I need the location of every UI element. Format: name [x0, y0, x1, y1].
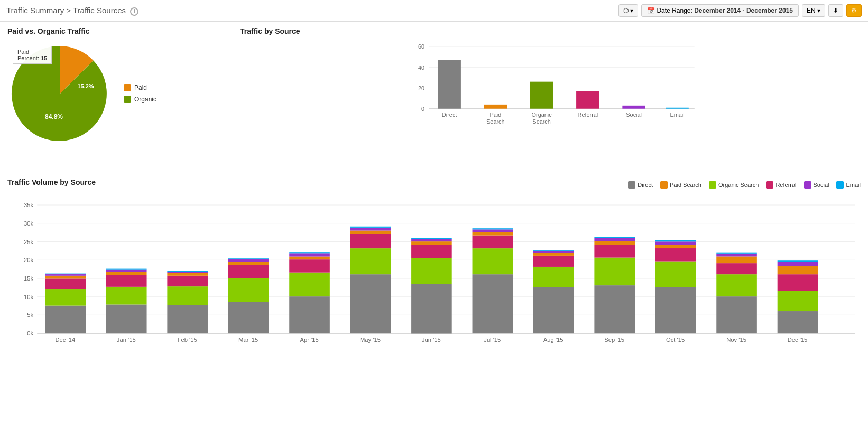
svg-rect-65 [289, 257, 330, 260]
svg-rect-38 [45, 274, 86, 276]
svg-rect-46 [106, 269, 147, 270]
top-bar: Traffic Summary > Traffic Sources i ⬡ ▾ … [0, 0, 868, 22]
svg-rect-50 [167, 276, 208, 286]
svg-rect-92 [533, 256, 574, 267]
vol-legend-email: Email [836, 181, 861, 189]
svg-rect-77 [411, 258, 452, 284]
svg-rect-123 [778, 260, 818, 262]
date-range-label: Date Range: [657, 7, 692, 14]
traffic-by-source-chart: 60 40 20 0 Direct Paid Search O [240, 41, 861, 167]
svg-rect-115 [716, 254, 757, 257]
organic-legend-color [124, 96, 131, 103]
breadcrumb: Traffic Summary > Traffic Sources i [6, 6, 138, 16]
svg-text:Feb '15: Feb '15 [178, 337, 197, 343]
bar-direct [438, 60, 461, 108]
pie-chart-svg: 15.2% 84.8% [7, 41, 113, 146]
svg-text:10k: 10k [24, 294, 33, 300]
vol-legend-referral: Referral [766, 181, 796, 189]
svg-rect-98 [594, 258, 635, 286]
svg-text:20k: 20k [24, 257, 33, 263]
svg-rect-67 [289, 252, 330, 253]
paid-organic-section: Paid vs. Organic Traffic Paid Percent: 1… [7, 27, 229, 167]
bar-feb15: Feb '15 [167, 271, 208, 343]
svg-text:Direct: Direct [442, 111, 457, 118]
svg-text:0: 0 [421, 106, 424, 112]
social-label: Social [814, 182, 829, 188]
info-icon[interactable]: i [130, 7, 138, 16]
pie-legend: Paid Organic [124, 84, 156, 103]
svg-rect-34 [45, 306, 86, 334]
cube-icon: ⬡ [623, 7, 629, 14]
svg-rect-86 [473, 232, 513, 236]
svg-rect-120 [778, 274, 818, 291]
stacked-bar-chart: 35k 30k 25k 20k 15k 10k 5k 0k [7, 196, 861, 365]
svg-rect-49 [167, 286, 208, 305]
language-label: EN [807, 7, 816, 14]
pie-wrapper: Paid Percent: 15 [7, 41, 113, 146]
svg-rect-70 [350, 248, 391, 274]
paid-organic-title: Paid vs. Organic Traffic [7, 27, 229, 35]
svg-text:Nov '15: Nov '15 [726, 337, 746, 343]
svg-text:40: 40 [418, 64, 424, 71]
svg-rect-48 [167, 305, 208, 333]
vol-legend-direct: Direct [628, 181, 653, 189]
svg-text:Paid: Paid [490, 111, 501, 118]
legend-item-organic: Organic [124, 96, 156, 103]
svg-rect-112 [716, 274, 757, 296]
bar-may15: May '15 [350, 227, 391, 343]
view-toggle-button[interactable]: ⬡ ▾ [618, 4, 638, 17]
paid-legend-color [124, 84, 131, 91]
svg-text:60: 60 [418, 43, 424, 50]
language-button[interactable]: EN ▾ [802, 4, 825, 17]
svg-rect-64 [289, 259, 330, 273]
svg-rect-80 [411, 239, 452, 241]
svg-rect-99 [594, 245, 635, 258]
organic-legend-label: Organic [134, 96, 156, 103]
svg-rect-42 [106, 287, 147, 305]
organic-pct-label: 84.8% [45, 113, 63, 120]
volume-section: Traffic Volume by Source Direct Paid Sea… [7, 178, 861, 365]
svg-text:May '15: May '15 [360, 337, 381, 343]
direct-label: Direct [638, 182, 653, 188]
breadcrumb-part2: Traffic Sources [73, 6, 126, 15]
svg-rect-66 [289, 253, 330, 256]
referral-color [766, 181, 773, 189]
svg-rect-72 [350, 231, 391, 234]
download-button[interactable]: ⬇ [828, 4, 843, 17]
svg-rect-35 [45, 289, 86, 306]
settings-button[interactable]: ⚙ [846, 4, 862, 17]
svg-text:30k: 30k [24, 220, 33, 227]
svg-rect-78 [411, 245, 452, 258]
bar-mar15: Mar '15 [228, 258, 269, 343]
pie-container: Paid Percent: 15 [7, 41, 229, 146]
svg-text:Email: Email [670, 111, 684, 118]
svg-rect-41 [106, 304, 147, 333]
svg-text:Aug '15: Aug '15 [543, 337, 564, 343]
vol-legend-paid: Paid Search [660, 181, 701, 189]
svg-text:Jul '15: Jul '15 [484, 337, 501, 343]
svg-rect-118 [778, 311, 818, 333]
svg-rect-43 [106, 275, 147, 286]
svg-rect-51 [167, 273, 208, 276]
email-color [836, 181, 844, 189]
legend-item-paid: Paid [124, 84, 156, 91]
svg-rect-87 [473, 229, 513, 232]
volume-legend: Direct Paid Search Organic Search Referr… [628, 181, 861, 189]
bar-nov15: Nov '15 [716, 253, 757, 343]
bar-jun15: Jun '15 [411, 238, 452, 343]
top-section: Paid vs. Organic Traffic Paid Percent: 1… [7, 27, 861, 167]
breadcrumb-separator: > [66, 6, 73, 15]
svg-rect-93 [533, 253, 574, 256]
svg-rect-63 [289, 273, 330, 296]
bar-jan15: Jan '15 [106, 269, 147, 343]
svg-rect-114 [716, 256, 757, 263]
bar-chart-svg: 60 40 20 0 Direct Paid Search O [240, 41, 861, 167]
email-label: Email [846, 182, 861, 188]
date-range-button[interactable]: 📅 Date Range: December 2014 - December 2… [641, 4, 799, 17]
svg-text:25k: 25k [24, 239, 33, 245]
svg-text:35k: 35k [24, 202, 33, 208]
svg-text:Apr '15: Apr '15 [300, 337, 318, 343]
bar-jul15: Jul '15 [473, 228, 513, 343]
vol-legend-organic: Organic Search [709, 181, 759, 189]
paid-color [660, 181, 668, 189]
